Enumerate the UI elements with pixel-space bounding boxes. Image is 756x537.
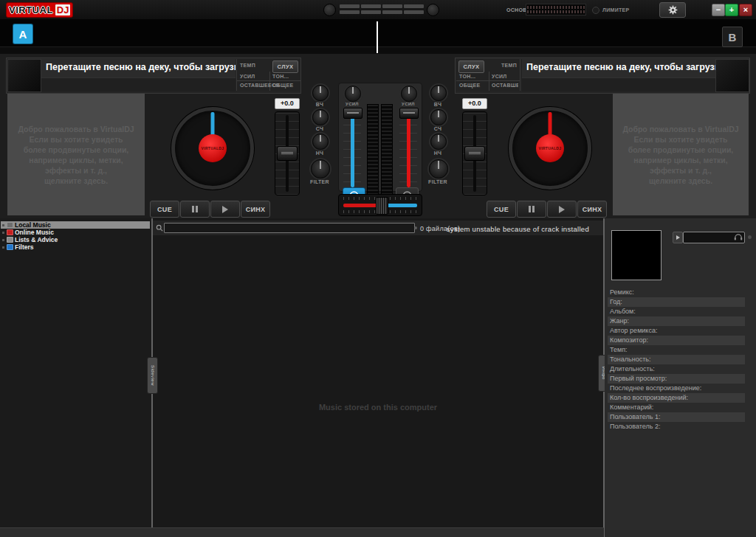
virtualdj-window: VIRTUAL DJ ОСНОВ ЛИМИТЕР − + ×: [0, 0, 756, 537]
mixer-section: ВЧ СЧ НЧ FILTER ВЧ СЧ НЧ FILTER УСИЛ УСИ…: [305, 55, 453, 217]
layout-right-button[interactable]: [427, 4, 439, 16]
layout-left-button[interactable]: [323, 4, 336, 16]
logo-virtual: VIRTUAL: [9, 4, 53, 15]
close-button[interactable]: ×: [739, 4, 752, 16]
deck-a-sync-button[interactable]: СИНХ: [241, 201, 270, 218]
welcome-line: Если вы хотите увидеть: [622, 134, 738, 145]
deck-a-info-grid: ТЕМП СЛУХ УСИЛ ТОН... ОСТАВШЕЕСЯ ОБЩЕЕ: [236, 59, 300, 91]
deck-a-badge[interactable]: A: [13, 24, 32, 44]
deck-b-eq-mid-knob[interactable]: [430, 109, 447, 125]
field-key[interactable]: Тональность:: [608, 355, 745, 364]
deck-a-jog-wheel[interactable]: VIRTUALDJ: [171, 107, 254, 190]
limiter-label: ЛИМИТЕР: [602, 7, 630, 13]
field-year[interactable]: Год:: [608, 297, 745, 307]
minimize-button[interactable]: −: [712, 4, 725, 16]
deck-a-welcome-box[interactable]: Добро пожаловать в VirtualDJ Если вы хот…: [7, 94, 145, 215]
deck-b-volume-fader[interactable]: [399, 108, 417, 190]
deck-a-volume-level: [351, 115, 354, 187]
field-composer[interactable]: Композитор:: [608, 336, 745, 345]
deck-a-title-drop-zone[interactable]: Перетащите песню на деку, чтобы загрузит…: [41, 59, 236, 77]
waveform-view-button-4[interactable]: [404, 4, 424, 14]
deck-a-jog-hub: VIRTUALDJ: [199, 134, 227, 162]
deck-a-pause-button[interactable]: [180, 201, 210, 218]
preview-play-button[interactable]: [673, 232, 683, 243]
deck-a-volume-handle[interactable]: [343, 108, 362, 119]
deck-b-pitch-handle[interactable]: [464, 146, 485, 161]
crossfader[interactable]: [338, 194, 422, 216]
field-album[interactable]: Альбом:: [608, 307, 745, 316]
sidebar-item-filters[interactable]: Filters: [1, 243, 150, 251]
deck-b-badge[interactable]: B: [722, 27, 743, 47]
crossfader-handle[interactable]: [376, 197, 388, 215]
field-last-play[interactable]: Последнее воспроизведение:: [608, 384, 745, 393]
field-user2[interactable]: Пользователь 2:: [608, 422, 745, 432]
deck-a-pitch-handle[interactable]: [277, 146, 298, 161]
welcome-line: более продвинутые опции,: [18, 145, 134, 155]
maximize-button[interactable]: +: [725, 4, 738, 16]
field-duration[interactable]: Длительность:: [608, 364, 745, 374]
deck-b-eq-low-knob[interactable]: [430, 134, 447, 150]
sidebar-item-local-music[interactable]: Local Music: [1, 221, 150, 229]
deck-b-gain-knob[interactable]: [401, 86, 417, 102]
deck-b-track-info-row: СЛУХ ТЕМП ТОН... УСИЛ ОБЩЕЕ ОСТАВШЕЕСЯ П…: [455, 58, 750, 94]
deck-b-title-drop-zone[interactable]: Перетащите песню на деку, чтобы загрузит…: [522, 59, 716, 77]
field-comment[interactable]: Комментарий:: [608, 403, 745, 412]
deck-b-play-button[interactable]: [547, 201, 577, 218]
file-list-area: 0 файла(ов) system unstable because of c…: [153, 218, 603, 537]
eq-low-label: НЧ: [305, 150, 334, 156]
deck-a-monitor-button[interactable]: СЛУХ: [272, 60, 298, 73]
sideview-splitter-handle[interactable]: Sideview: [147, 357, 158, 394]
waveform-view-button-1[interactable]: [340, 4, 360, 14]
field-tempo[interactable]: Темп:: [608, 345, 745, 355]
waveform-view-button-3[interactable]: [382, 4, 402, 14]
playhead-line: [377, 21, 378, 53]
deck-b-pause-button[interactable]: [517, 201, 546, 218]
deck-b-sync-button[interactable]: СИНХ: [577, 201, 607, 218]
field-genre[interactable]: Жанр:: [608, 316, 745, 326]
field-first-seen[interactable]: Первый просмотр:: [608, 374, 745, 384]
decks-section: Перетащите песню на деку, чтобы загрузит…: [0, 54, 756, 220]
deck-a-play-button[interactable]: [210, 201, 240, 218]
deck-a-volume-fader[interactable]: [343, 108, 361, 190]
preview-option-dot[interactable]: [748, 235, 752, 239]
logo-dj: DJ: [55, 4, 71, 15]
deck-b-eq-high-knob[interactable]: [430, 85, 447, 101]
deck-a-drop-text: Перетащите песню на деку, чтобы загрузит…: [41, 59, 236, 72]
preview-progress-bar[interactable]: [683, 232, 745, 243]
track-info-album-art: [611, 230, 662, 280]
sidebar-item-label: Lists & Advice: [15, 236, 58, 243]
waveform-view-button-2[interactable]: [361, 4, 381, 14]
deck-a-vu-meter: [367, 104, 379, 195]
deck-b-welcome-box[interactable]: Добро пожаловать в VirtualDJ Если вы хот…: [613, 94, 749, 215]
deck-a-eq-high-knob[interactable]: [312, 85, 329, 101]
pause-icon: [192, 206, 198, 212]
field-user1[interactable]: Пользователь 1:: [608, 412, 745, 422]
sidebar-item-online-music[interactable]: Online Music: [1, 229, 150, 236]
status-message: system unstable because of crack install…: [447, 225, 589, 233]
deck-a-pitch-fader[interactable]: [275, 111, 300, 195]
field-play-count[interactable]: Кол-во воспроизведений:: [608, 393, 745, 403]
settings-button[interactable]: [659, 2, 686, 18]
deck-a-cue-button[interactable]: CUE: [150, 201, 179, 218]
field-remixer[interactable]: Автор ремикса:: [608, 326, 745, 336]
deck-a-artist-box: [41, 77, 236, 91]
deck-b-cue-button[interactable]: CUE: [487, 201, 516, 218]
online-music-icon: [7, 229, 13, 235]
deck-b-monitor-button[interactable]: СЛУХ: [458, 60, 484, 73]
search-input[interactable]: [164, 223, 415, 233]
deck-a-gain-knob[interactable]: [345, 86, 361, 102]
master-label: ОСНОВ: [506, 7, 527, 13]
deck-a-eq-mid-knob[interactable]: [312, 109, 329, 125]
track-info-panel: Ремикс: Год: Альбом: Жанр: Автор ремикса…: [605, 218, 756, 537]
deck-b-filter-knob[interactable]: [429, 159, 448, 179]
waveform-display[interactable]: A B: [0, 19, 756, 55]
mixer-center-block: УСИЛ УСИЛ: [338, 83, 422, 192]
field-remix[interactable]: Ремикс:: [608, 288, 745, 297]
deck-b-volume-handle[interactable]: [399, 108, 419, 119]
sidebar-item-lists-advice[interactable]: Lists & Advice: [1, 236, 150, 243]
deck-a-eq-low-knob[interactable]: [312, 134, 329, 150]
deck-a-filter-knob[interactable]: [311, 159, 330, 179]
play-icon: [676, 235, 680, 240]
deck-b-jog-wheel[interactable]: VIRTUALDJ: [509, 107, 591, 190]
deck-b-pitch-fader[interactable]: [462, 111, 487, 195]
